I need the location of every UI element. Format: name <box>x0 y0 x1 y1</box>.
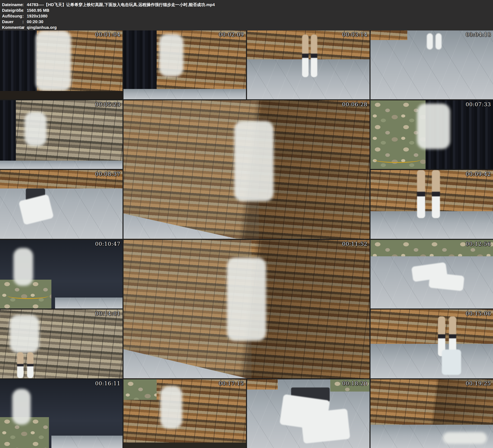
leg-sock-marker <box>417 170 425 218</box>
sock-marker <box>436 33 442 50</box>
leg-sock-marker <box>302 34 309 77</box>
timestamp-overlay: 00:18:20 <box>342 380 368 386</box>
light-clothing-highlight <box>227 258 266 341</box>
timestamp-overlay: 00:02:09 <box>219 32 244 38</box>
light-clothing-highlight <box>160 386 182 429</box>
video-thumbnail[interactable]: 00:04:18 <box>370 31 493 99</box>
leg-sock-marker <box>17 352 23 378</box>
timestamp-overlay: 00:04:18 <box>466 32 491 38</box>
video-thumbnail[interactable]: 00:09:42 <box>370 170 493 239</box>
timestamp-overlay: 00:01:04 <box>95 32 121 38</box>
field-separator: : <box>22 19 27 24</box>
video-thumbnail-large[interactable]: 00:06:28 <box>123 100 370 239</box>
light-clothing-highlight <box>13 248 33 286</box>
field-label: Dateigröße <box>2 8 22 13</box>
video-thumbnail[interactable]: 00:14:01 <box>0 310 123 378</box>
video-thumbnail[interactable]: 00:17:15 <box>123 379 246 448</box>
brick-wall-placeholder <box>370 31 407 40</box>
video-thumbnail[interactable]: 00:02:09 <box>123 31 246 99</box>
sock-marker <box>427 33 433 50</box>
video-thumbnail[interactable]: 00:10:47 <box>0 240 123 309</box>
light-clothing-highlight <box>12 389 31 425</box>
timestamp-overlay: 00:09:42 <box>466 171 491 177</box>
floor-placeholder <box>123 89 246 99</box>
pebble-wall-placeholder <box>123 379 157 400</box>
floor-placeholder <box>55 298 123 308</box>
video-thumbnail[interactable]: 00:19:25 <box>370 379 493 448</box>
field-label: Auflösung <box>2 13 22 19</box>
leg-sock-marker <box>27 352 34 378</box>
timestamp-overlay: 00:06:28 <box>342 101 368 107</box>
field-separator: : <box>22 13 27 19</box>
field-value-filename: 44783----【HD飞天】让希希穿上铁钉高跟,下面放入电击玩具,远程操作强行… <box>27 2 215 7</box>
yellow-cable-marker <box>374 156 421 163</box>
video-thumbnail[interactable]: 00:08:37 <box>0 170 123 239</box>
timestamp-overlay: 00:08:37 <box>95 171 121 177</box>
file-info-row: Dauer:00:20:30 <box>2 19 493 24</box>
timestamp-overlay: 00:16:11 <box>95 380 121 386</box>
brick-wall-placeholder <box>247 379 278 390</box>
field-separator: : <box>22 24 27 30</box>
timestamp-overlay: 00:19:25 <box>466 380 491 386</box>
field-value-comment: qinglanhua.org <box>27 25 57 30</box>
white-boot-marker <box>442 349 461 375</box>
file-info-row: Dateiname:44783----【HD飞天】让希希穿上铁钉高跟,下面放入电… <box>2 2 493 8</box>
video-thumbnail[interactable]: 00:15:06 <box>370 310 493 378</box>
timestamp-overlay: 00:03:14 <box>342 32 368 38</box>
file-info-row: Auflösung:1920x1080 <box>2 13 493 19</box>
video-thumbnail[interactable]: 00:05:23 <box>0 100 123 169</box>
light-clothing-highlight <box>35 31 71 91</box>
timestamp-overlay: 00:10:47 <box>95 241 121 247</box>
field-label: Kommentar <box>2 24 22 30</box>
floor-placeholder <box>0 161 123 169</box>
field-separator: : <box>22 2 27 8</box>
video-thumbnail[interactable]: 00:12:56 <box>370 240 493 309</box>
floor-placeholder <box>51 436 123 448</box>
video-thumbnail[interactable]: 00:07:33 <box>370 100 493 169</box>
timestamp-overlay: 00:05:23 <box>95 101 121 107</box>
file-info-row: Dateigröße:1560.95 MB <box>2 8 493 13</box>
field-value-resolution: 1920x1080 <box>27 14 47 18</box>
file-info-header: Dateiname:44783----【HD飞天】让希希穿上铁钉高跟,下面放入电… <box>0 0 493 31</box>
video-thumbnail[interactable]: 00:18:20 <box>247 379 370 448</box>
sock-marker <box>301 409 350 444</box>
timestamp-overlay: 00:17:15 <box>219 380 244 386</box>
floor-placeholder <box>370 344 493 378</box>
light-clothing-highlight <box>443 432 487 444</box>
field-label: Dauer <box>2 19 22 24</box>
field-separator: : <box>22 8 27 13</box>
video-thumbnail[interactable]: 00:16:11 <box>0 379 123 448</box>
dark-area-placeholder <box>0 31 37 99</box>
timestamp-overlay: 00:11:52 <box>342 241 368 247</box>
stone-wall-placeholder <box>0 100 123 169</box>
field-value-duration: 00:20:30 <box>27 20 44 24</box>
light-clothing-highlight <box>159 34 184 77</box>
timestamp-overlay: 00:14:01 <box>95 311 121 317</box>
field-value-filesize: 1560.95 MB <box>27 8 49 12</box>
video-thumbnail[interactable]: 00:03:14 <box>247 31 370 99</box>
yellow-cable-marker <box>7 292 49 299</box>
file-info-row: Kommentar:qinglanhua.org <box>2 24 493 30</box>
timestamp-overlay: 00:12:56 <box>466 241 491 247</box>
timestamp-overlay: 00:15:06 <box>466 311 491 317</box>
leg-sock-marker <box>311 34 317 77</box>
leg-sock-marker <box>432 170 440 218</box>
field-label: Dateiname <box>2 2 22 8</box>
light-clothing-highlight <box>10 315 39 353</box>
light-clothing-highlight <box>234 121 274 202</box>
dark-floor-strip <box>0 91 123 99</box>
timestamp-overlay: 00:07:33 <box>466 101 491 107</box>
light-clothing-highlight <box>25 112 47 146</box>
light-clothing-highlight <box>417 104 450 149</box>
video-thumbnail[interactable]: 00:01:04 <box>0 31 123 99</box>
curtain-placeholder <box>0 100 16 169</box>
thumbnail-grid: 00:01:04 00:02:09 00:03:14 00:04:18 00:0… <box>0 31 493 448</box>
video-thumbnail-large[interactable]: 00:11:52 <box>123 240 370 378</box>
dark-floor-strip <box>123 443 246 448</box>
